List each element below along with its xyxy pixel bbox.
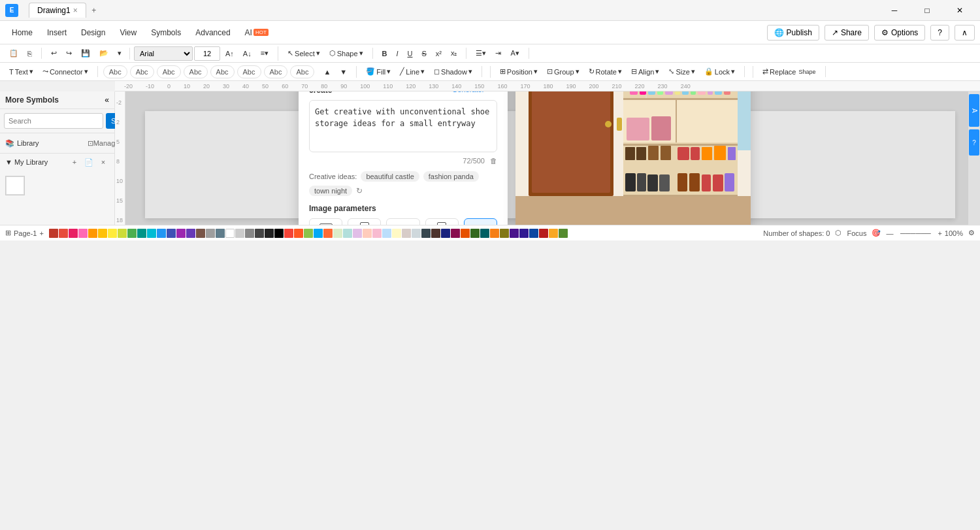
prompt-textarea[interactable]: Get creative with unconventional shoe st…	[309, 100, 497, 152]
color-swatch-deeppurple[interactable]	[519, 229, 529, 238]
color-swatch-palebrown[interactable]	[402, 229, 411, 238]
color-swatch-darkorange[interactable]	[461, 229, 470, 238]
color-swatch-green[interactable]	[127, 229, 137, 238]
fill-button[interactable]: 🪣 Fill ▾	[362, 66, 395, 77]
color-swatch-blue[interactable]	[157, 229, 166, 238]
app-tab[interactable]: Drawing1 ×	[29, 3, 86, 18]
zoom-out-button[interactable]: —	[886, 229, 893, 237]
ai-panel-toggle[interactable]: A	[969, 94, 979, 127]
menu-symbols[interactable]: Symbols	[144, 25, 188, 40]
replace-shape-button[interactable]: ⇄ Replace Shape	[759, 66, 819, 77]
style-down-button[interactable]: ▼	[336, 67, 351, 77]
menu-ai[interactable]: AI HOT	[238, 25, 275, 40]
clipboard-paste-button[interactable]: 📋	[5, 48, 22, 59]
style-6[interactable]: Abc	[237, 65, 261, 78]
color-swatch-teal[interactable]	[137, 229, 146, 238]
style-7[interactable]: Abc	[264, 65, 288, 78]
settings-icon[interactable]: ⚙	[968, 229, 975, 237]
delete-library-button[interactable]: ×	[97, 156, 109, 168]
align-arrange-button[interactable]: ⊟ Align ▾	[627, 66, 663, 77]
color-swatch-palegreen[interactable]	[333, 229, 342, 238]
page-tab[interactable]: Page-1	[14, 229, 37, 237]
zoom-in-button[interactable]: +	[938, 229, 941, 237]
group-button[interactable]: ⊡ Group ▾	[543, 66, 583, 77]
my-library-toggle[interactable]: ▼ My Library	[5, 158, 48, 166]
style-up-button[interactable]: ▲	[319, 67, 335, 77]
color-swatch-violet[interactable]	[186, 229, 195, 238]
color-swatch-pink[interactable]	[69, 229, 78, 238]
color-swatch-midgrey[interactable]	[245, 229, 254, 238]
color-swatch-lightgrey[interactable]	[235, 229, 244, 238]
color-swatch-darkviolet[interactable]	[510, 229, 519, 238]
color-swatch-purple[interactable]	[176, 229, 186, 238]
clipboard-copy-button[interactable]: ⎘	[24, 48, 36, 59]
color-swatch-hotpink[interactable]	[78, 229, 88, 238]
color-swatch-black[interactable]	[274, 229, 284, 238]
color-swatch-yellow[interactable]	[108, 229, 117, 238]
color-swatch-palepink[interactable]	[372, 229, 382, 238]
bold-button[interactable]: B	[378, 48, 391, 59]
ratio-4-3[interactable]: 4:3	[386, 218, 419, 225]
align-button[interactable]: ≡▾	[257, 48, 272, 59]
color-swatch-lightgreen[interactable]	[304, 229, 313, 238]
color-swatch-grey[interactable]	[206, 229, 215, 238]
menu-home[interactable]: Home	[5, 25, 39, 40]
save-button[interactable]: 💾	[77, 48, 94, 59]
font-increase-button[interactable]: A↑	[221, 48, 238, 59]
refresh-tags-button[interactable]: ↻	[356, 186, 363, 195]
select-button[interactable]: ↖ Select ▾	[284, 48, 324, 59]
canvas-area[interactable]: W Wondershare AI Drawing 👤 My Creations	[125, 91, 968, 225]
color-swatch-bluegrey[interactable]	[216, 229, 225, 238]
new-tab-button[interactable]: +	[86, 3, 102, 18]
ratio-3-4[interactable]: 3:4	[348, 218, 381, 225]
color-swatch-darkpink[interactable]	[451, 229, 460, 238]
ratio-16-9[interactable]: 16:9	[464, 218, 497, 225]
rotate-button[interactable]: ↻ Rotate ▾	[585, 66, 626, 77]
color-swatch-darklime[interactable]	[500, 229, 509, 238]
color-swatch-deeporange[interactable]	[294, 229, 303, 238]
tag-fashion-panda[interactable]: fashion panda	[423, 171, 479, 182]
menu-advanced[interactable]: Advanced	[189, 25, 237, 40]
color-swatch-nearblack[interactable]	[265, 229, 274, 238]
right-panel-button-2[interactable]: ?	[969, 129, 979, 156]
zoom-slider[interactable]: ──────	[896, 229, 935, 237]
style-8[interactable]: Abc	[290, 65, 314, 78]
tag-town-night[interactable]: town night	[309, 186, 352, 196]
color-swatch-olivedrab[interactable]	[559, 229, 568, 238]
color-swatch-tomato[interactable]	[284, 229, 293, 238]
color-swatch-red2[interactable]	[59, 229, 68, 238]
strikethrough-button[interactable]: S	[417, 48, 430, 59]
color-swatch-cyan[interactable]	[147, 229, 156, 238]
options-button[interactable]: ⚙ Options	[874, 25, 925, 41]
color-swatch-darkindigo[interactable]	[441, 229, 450, 238]
style-2[interactable]: Abc	[130, 65, 154, 78]
style-1[interactable]: Abc	[103, 65, 127, 78]
font-size-input[interactable]	[194, 46, 220, 61]
redo-button[interactable]: ↪	[62, 48, 76, 59]
tag-beautiful-castle[interactable]: beautiful castle	[361, 171, 419, 182]
shadow-button[interactable]: ◻ Shadow ▾	[430, 66, 476, 77]
color-swatch-darkbrown[interactable]	[431, 229, 440, 238]
menu-insert[interactable]: Insert	[41, 25, 73, 40]
more-button[interactable]: ▾	[114, 48, 125, 59]
collapse-button[interactable]: ∧	[955, 25, 975, 41]
color-swatch-palebluegrey[interactable]	[412, 229, 421, 238]
publish-button[interactable]: 🌐 Publish	[767, 25, 819, 41]
color-swatch-orange[interactable]	[88, 229, 97, 238]
open-button[interactable]: 📂	[95, 48, 112, 59]
new-library-button[interactable]: 📄	[83, 156, 95, 168]
color-swatch-paleteal[interactable]	[343, 229, 352, 238]
color-swatch-darkblue[interactable]	[529, 229, 538, 238]
style-5[interactable]: Abc	[210, 65, 235, 78]
color-swatch-lime[interactable]	[118, 229, 127, 238]
add-library-button[interactable]: +	[69, 156, 80, 168]
color-swatch-darkgreen[interactable]	[470, 229, 480, 238]
font-decrease-button[interactable]: A↓	[239, 48, 255, 59]
add-page-button[interactable]: +	[39, 229, 43, 237]
maximize-button[interactable]: □	[912, 0, 942, 21]
underline-button[interactable]: U	[404, 48, 417, 59]
clear-icon[interactable]: 🗑	[490, 157, 497, 165]
font-select[interactable]: Arial	[134, 46, 193, 61]
color-swatch-darkcyan[interactable]	[480, 229, 489, 238]
size-button[interactable]: ⤡ Size ▾	[664, 66, 698, 77]
